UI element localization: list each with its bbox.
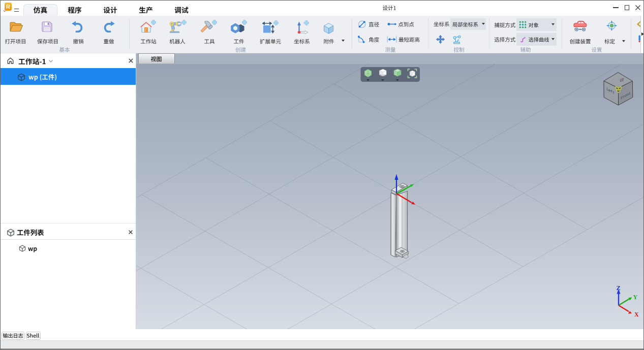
svg-text:X: X bbox=[634, 311, 639, 318]
svg-text:Solid: Solid bbox=[380, 74, 386, 77]
svg-text:Y: Y bbox=[633, 294, 638, 301]
svg-text:Z: Z bbox=[617, 284, 621, 292]
